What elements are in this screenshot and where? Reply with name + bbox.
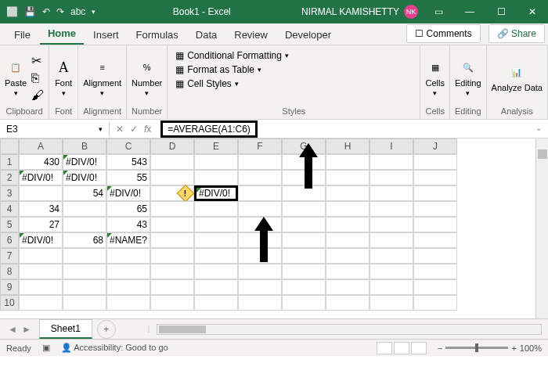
format-painter-icon[interactable]: 🖌 — [31, 88, 44, 102]
row-header[interactable]: 3 — [0, 185, 19, 201]
zoom-in-icon[interactable]: + — [511, 343, 516, 353]
tab-data[interactable]: Data — [188, 25, 225, 45]
cell[interactable] — [413, 170, 457, 185]
next-sheet-icon[interactable]: ► — [22, 324, 31, 335]
column-header[interactable]: B — [63, 138, 106, 154]
cell[interactable]: #DIV/0! — [19, 170, 63, 185]
cell[interactable] — [194, 154, 238, 170]
cell[interactable] — [238, 279, 282, 295]
cell[interactable] — [194, 264, 238, 279]
cell[interactable] — [63, 295, 106, 311]
cell[interactable] — [150, 264, 194, 279]
cell[interactable] — [63, 217, 106, 232]
save-icon[interactable]: 💾 — [24, 6, 36, 17]
row-header[interactable]: 2 — [0, 170, 19, 185]
cell[interactable] — [19, 185, 63, 201]
cell[interactable]: 27 — [19, 217, 63, 232]
cell[interactable] — [194, 295, 238, 311]
alignment-button[interactable]: ≡Alignment▾ — [83, 58, 121, 97]
row-header[interactable]: 10 — [0, 295, 19, 311]
ribbon-display-icon[interactable]: ▭ — [423, 0, 454, 23]
tab-developer[interactable]: Developer — [277, 25, 339, 45]
cell[interactable]: 34 — [19, 201, 63, 217]
cell[interactable]: 543 — [106, 154, 150, 170]
column-header[interactable]: J — [413, 138, 457, 154]
cell[interactable] — [238, 264, 282, 279]
paste-button[interactable]: 📋 Paste ▾ — [5, 58, 27, 97]
close-icon[interactable]: ✕ — [517, 0, 548, 23]
cell[interactable] — [282, 295, 326, 311]
cell[interactable] — [63, 264, 106, 279]
qat-more-icon[interactable]: ▾ — [92, 8, 96, 16]
cell[interactable]: 430 — [19, 154, 63, 170]
cell[interactable] — [282, 279, 326, 295]
cell[interactable] — [413, 279, 457, 295]
cell[interactable] — [238, 170, 282, 185]
cell[interactable]: #DIV/0! — [63, 170, 106, 185]
prev-sheet-icon[interactable]: ◄ — [8, 324, 17, 335]
cell[interactable] — [106, 295, 150, 311]
column-header[interactable]: C — [106, 138, 150, 154]
copy-icon[interactable]: ⎘ — [31, 71, 44, 85]
cell[interactable] — [194, 279, 238, 295]
cell[interactable] — [150, 154, 194, 170]
cell[interactable] — [370, 201, 413, 217]
editing-button[interactable]: 🔍Editing▾ — [455, 58, 481, 97]
column-header[interactable]: I — [370, 138, 413, 154]
vertical-scrollbar[interactable] — [535, 138, 548, 318]
spreadsheet-grid[interactable]: ABCDEFGHIJ1430#DIV/0!5432#DIV/0!#DIV/0!5… — [0, 138, 548, 311]
normal-view-icon[interactable] — [377, 342, 392, 354]
cell[interactable] — [326, 154, 370, 170]
cell[interactable]: 43 — [106, 217, 150, 232]
cell[interactable] — [19, 279, 63, 295]
cell[interactable] — [150, 217, 194, 232]
row-header[interactable]: 9 — [0, 279, 19, 295]
row-header[interactable]: 4 — [0, 201, 19, 217]
cell[interactable] — [413, 248, 457, 264]
minimize-icon[interactable]: — — [454, 0, 485, 23]
conditional-formatting-button[interactable]: ▦ Conditional Formatting ▾ — [175, 50, 412, 61]
cell[interactable]: #DIV/0!! — [194, 185, 238, 201]
cell[interactable]: 54 — [63, 185, 106, 201]
cell[interactable]: #NAME? — [106, 232, 150, 248]
cell[interactable] — [326, 248, 370, 264]
cell[interactable] — [150, 201, 194, 217]
row-header[interactable]: 6 — [0, 232, 19, 248]
format-as-table-button[interactable]: ▦ Format as Table ▾ — [175, 64, 412, 75]
column-header[interactable]: A — [19, 138, 63, 154]
cell[interactable] — [370, 295, 413, 311]
cell[interactable]: 68 — [63, 232, 106, 248]
cell[interactable] — [19, 295, 63, 311]
maximize-icon[interactable]: ☐ — [485, 0, 517, 23]
select-all-corner[interactable] — [0, 138, 19, 154]
zoom-slider[interactable] — [445, 347, 508, 349]
cell[interactable] — [150, 279, 194, 295]
sheet-tab[interactable]: Sheet1 — [39, 319, 92, 339]
cell[interactable]: #DIV/0! — [19, 232, 63, 248]
column-header[interactable]: D — [150, 138, 194, 154]
cell[interactable] — [106, 264, 150, 279]
row-header[interactable]: 5 — [0, 217, 19, 232]
column-header[interactable]: E — [194, 138, 238, 154]
cell[interactable] — [370, 185, 413, 201]
cell[interactable] — [282, 217, 326, 232]
cell[interactable] — [413, 185, 457, 201]
page-break-view-icon[interactable] — [411, 342, 427, 354]
tab-file[interactable]: File — [6, 25, 38, 45]
accessibility-status[interactable]: 👤 Accessibility: Good to go — [61, 343, 168, 353]
formula-bar[interactable]: =AVERAGE(A1:C6) ⌄ — [157, 120, 548, 138]
cell[interactable] — [326, 264, 370, 279]
zoom-level[interactable]: 100% — [520, 343, 542, 353]
cell[interactable] — [63, 279, 106, 295]
cell[interactable] — [282, 201, 326, 217]
column-header[interactable]: H — [326, 138, 370, 154]
cell[interactable] — [413, 295, 457, 311]
cell[interactable]: 55 — [106, 170, 150, 185]
tab-formulas[interactable]: Formulas — [128, 25, 186, 45]
cell[interactable] — [238, 185, 282, 201]
cell[interactable] — [326, 217, 370, 232]
cell[interactable] — [194, 232, 238, 248]
tab-review[interactable]: Review — [226, 25, 276, 45]
cell[interactable] — [238, 201, 282, 217]
cell[interactable] — [413, 264, 457, 279]
